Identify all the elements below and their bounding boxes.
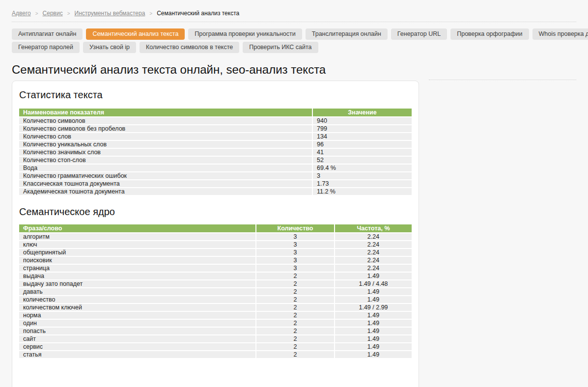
toolbar-tab[interactable]: Антиплагиат онлайн (12, 28, 83, 40)
table-row: сайт21.49 (19, 335, 412, 343)
table-cell: алгоритм (19, 233, 256, 241)
text-statistics-heading: Статистика текста (19, 81, 412, 101)
table-row: Количество стоп-слов52 (19, 156, 412, 164)
table-cell: 2 (256, 311, 335, 319)
table-cell: 1.49 (335, 288, 412, 296)
table-cell: 1.49 (335, 343, 412, 351)
table-cell: 2.24 (335, 233, 412, 241)
breadcrumb-separator-icon: > (35, 11, 38, 16)
toolbar-tab[interactable]: Проверка орфографии (450, 28, 529, 40)
table-row: ключ32.24 (19, 241, 412, 249)
semantic-core-heading: Семантическое ядро (19, 196, 412, 218)
breadcrumb-divider (12, 22, 576, 22)
table-row: выдача21.49 (19, 272, 412, 280)
table-cell: 2 (256, 319, 335, 327)
table-row: попасть21.49 (19, 327, 412, 335)
table-cell: 52 (312, 156, 412, 164)
toolbar-tab[interactable]: Генератор URL (391, 28, 447, 40)
table-row: сервис21.49 (19, 343, 412, 351)
table-cell: общепринятый (19, 249, 256, 256)
toolbar-tab[interactable]: Узнать свой ip (83, 42, 136, 53)
table-cell: 134 (312, 133, 412, 140)
table-cell: 1.49 (335, 335, 412, 343)
table-row: Классическая тошнота документа1.73 (19, 180, 412, 188)
table-row: Количество грамматических ошибок3 (19, 172, 412, 180)
table-cell: статья (19, 351, 256, 359)
table-cell: Количество стоп-слов (19, 156, 312, 164)
toolbar-tab[interactable]: Программа проверки уникальности (188, 28, 302, 40)
table-cell: 11.2 % (312, 188, 412, 195)
table-cell: сервис (19, 343, 256, 351)
table-cell: 1.49 (335, 351, 412, 359)
table-cell: страница (19, 264, 256, 272)
toolbar-tab[interactable]: Проверить ИКС сайта (243, 42, 318, 53)
table-cell: 2.24 (335, 256, 412, 264)
toolbar-tab[interactable]: Количество символов в тексте (140, 42, 239, 53)
table-cell: Количество слов (19, 133, 312, 140)
table-cell: количество (19, 296, 256, 304)
table-cell: Количество уникальных слов (19, 140, 312, 148)
table-cell: 2 (256, 272, 335, 280)
toolbar-tab[interactable]: Транслитерация онлайн (306, 28, 388, 40)
table-cell: ключ (19, 241, 256, 249)
column-header: Фраза/слово (19, 224, 256, 233)
table-cell: 2 (256, 327, 335, 335)
table-cell: 1.49 / 2.99 (335, 304, 412, 311)
table-row: выдачу зато попадет21.49 / 4.48 (19, 280, 412, 288)
table-cell: Количество символов (19, 117, 312, 125)
toolbar-tab-active[interactable]: Семантический анализ текста (86, 28, 185, 40)
table-header-row: Фраза/словоКоличествоЧастота, % (19, 224, 412, 233)
table-cell: 2 (256, 296, 335, 304)
table-cell: 2 (256, 280, 335, 288)
breadcrumb-link-webmaster-tools[interactable]: Инструменты вебмастера (75, 10, 145, 17)
table-cell: 2 (256, 288, 335, 296)
table-row: статья21.49 (19, 351, 412, 359)
table-cell: норма (19, 311, 256, 319)
toolbar-tab[interactable]: Whois проверка домена (532, 28, 588, 40)
breadcrumb-current-page: Семантический анализ текста (157, 10, 239, 17)
page-title: Семантический анализ текста онлайн, seo-… (12, 63, 576, 76)
table-row: количество21.49 (19, 296, 412, 304)
table-row: общепринятый32.24 (19, 249, 412, 256)
table-cell: выдачу зато попадет (19, 280, 256, 288)
table-cell: количеством ключей (19, 304, 256, 311)
table-cell: Академическая тошнота документа (19, 188, 312, 195)
toolbar-tab[interactable]: Генератор паролей (12, 42, 80, 53)
breadcrumb: Адвего > Сервис > Инструменты вебмастера… (12, 10, 576, 17)
table-cell: 3 (256, 241, 335, 249)
table-cell: 69.4 % (312, 164, 412, 172)
column-header: Наименование показателя (19, 109, 312, 117)
table-cell: 2.24 (335, 249, 412, 256)
breadcrumb-separator-icon: > (149, 11, 152, 16)
table-row: алгоритм32.24 (19, 233, 412, 241)
table-cell: Количество символов без пробелов (19, 125, 312, 133)
table-cell: попасть (19, 327, 256, 335)
table-cell: 3 (256, 264, 335, 272)
breadcrumb-link-advego[interactable]: Адвего (12, 10, 31, 17)
table-cell: 3 (256, 256, 335, 264)
breadcrumb-link-service[interactable]: Сервис (43, 10, 63, 17)
analysis-results-panel: Статистика текста Наименование показател… (12, 81, 419, 387)
table-row: Количество символов без пробелов799 (19, 125, 412, 133)
table-row: Количество символов940 (19, 117, 412, 125)
table-cell: 1.49 / 4.48 (335, 280, 412, 288)
table-cell: 1.49 (335, 327, 412, 335)
table-header-row: Наименование показателяЗначение (19, 109, 412, 117)
column-header: Частота, % (335, 224, 412, 233)
table-row: Количество слов134 (19, 133, 412, 140)
table-cell: один (19, 319, 256, 327)
table-cell: 2 (256, 343, 335, 351)
sidebar-divider (429, 80, 576, 80)
table-cell: Классическая тошнота документа (19, 180, 312, 188)
table-row: один21.49 (19, 319, 412, 327)
table-cell: 2.24 (335, 264, 412, 272)
table-cell: давать (19, 288, 256, 296)
table-cell: 2.24 (335, 241, 412, 249)
table-row: давать21.49 (19, 288, 412, 296)
column-header: Значение (312, 109, 412, 117)
table-cell: 1.49 (335, 272, 412, 280)
table-cell: 1.49 (335, 319, 412, 327)
table-row: количеством ключей21.49 / 2.99 (19, 304, 412, 311)
table-row: поисковик32.24 (19, 256, 412, 264)
table-cell: 2 (256, 304, 335, 311)
